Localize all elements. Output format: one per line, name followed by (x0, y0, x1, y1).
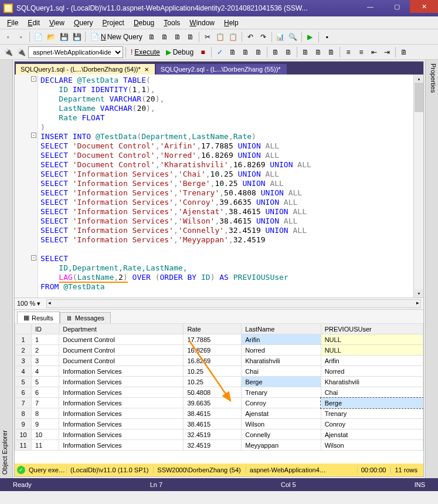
menu-edit[interactable]: Edit (23, 18, 45, 28)
grid-cell[interactable]: Berge (321, 398, 423, 408)
xmla-query-icon[interactable]: 🗎 (185, 31, 196, 43)
grid-cell[interactable]: 32.4519 (184, 440, 242, 451)
grid-cell[interactable]: 38.4615 (184, 408, 242, 419)
grid-cell[interactable]: 3 (32, 356, 59, 366)
grid-cell[interactable]: NULL (321, 345, 423, 356)
grid-cell[interactable]: Information Services (59, 387, 184, 398)
menu-project[interactable]: Project (98, 18, 129, 28)
minimize-button[interactable]: — (357, 0, 383, 13)
column-header[interactable] (15, 324, 32, 334)
grid-cell[interactable]: Document Control (59, 356, 184, 366)
parse-icon[interactable]: ✓ (214, 46, 226, 58)
grid-cell[interactable]: Trenary (242, 387, 321, 398)
grid-cell[interactable]: Conroy (242, 398, 321, 408)
code-editor[interactable]: - - - DECLARE @TestData TABLE( ID INT ID… (15, 75, 423, 297)
tab-messages[interactable]: 🗎Messages (60, 312, 111, 323)
grid-cell[interactable]: 6 (32, 387, 59, 398)
activity-monitor-icon[interactable]: 📊 (274, 31, 286, 43)
tab-results[interactable]: ▦Results (17, 312, 60, 323)
display-plan-icon[interactable]: 🗎 (227, 46, 239, 58)
object-explorer-tab[interactable]: Object Explorer (0, 60, 13, 478)
menu-query[interactable]: Query (69, 18, 98, 28)
intellisense-icon[interactable]: 🗎 (253, 46, 264, 58)
grid-cell[interactable]: Information Services (59, 429, 184, 440)
scroll-up-icon[interactable]: ▴ (415, 75, 423, 83)
grid-cell[interactable]: Kharatishvili (242, 356, 321, 366)
table-row[interactable]: 44Information Services10.25ChaiNorred (15, 366, 423, 377)
database-dropdown[interactable]: aspnet-WebApplication4ide (28, 46, 123, 58)
grid-cell[interactable]: 4 (32, 366, 59, 377)
grid-cell[interactable]: 7 (15, 398, 32, 408)
grid-cell[interactable]: 38.4615 (184, 419, 242, 429)
grid-cell[interactable]: 1 (32, 334, 59, 345)
grid-cell[interactable]: Document Control (59, 334, 184, 345)
new-query-button[interactable]: 📄 NNew Query (88, 33, 145, 41)
grid-cell[interactable]: Norred (242, 345, 321, 356)
fold-icon[interactable]: - (31, 76, 36, 82)
change-connection-icon[interactable]: 🔌 (15, 46, 27, 58)
zoom-level[interactable]: 100 % ▾ (17, 300, 40, 307)
table-row[interactable]: 55Information Services10.25BergeKharatis… (15, 377, 423, 387)
editor-scrollbar-horizontal[interactable]: ◂▸ (46, 299, 421, 308)
menu-file[interactable]: File (2, 18, 23, 28)
table-row[interactable]: 77Information Services39.6635ConroyBerge (15, 398, 423, 408)
fold-icon[interactable]: - (31, 133, 36, 138)
uncomment-icon[interactable]: ≡ (355, 46, 367, 58)
misc-icon[interactable]: ▪ (321, 31, 333, 43)
fold-icon[interactable]: - (31, 255, 36, 261)
properties-tab[interactable]: Properties (425, 60, 438, 478)
cut-icon[interactable]: ✂ (202, 31, 213, 43)
grid-cell[interactable]: Arifin (321, 356, 423, 366)
paste-icon[interactable]: 📋 (228, 31, 239, 43)
grid-cell[interactable]: Trenary (321, 408, 423, 419)
menu-help[interactable]: Help (219, 18, 243, 28)
grid-cell[interactable]: 4 (15, 366, 32, 377)
include-stats-icon[interactable]: 🗎 (283, 46, 294, 58)
indent-out-icon[interactable]: ⇥ (381, 46, 393, 58)
grid-cell[interactable]: 5 (32, 377, 59, 387)
grid-cell[interactable]: 11 (32, 440, 59, 451)
grid-cell[interactable]: Document Control (59, 345, 184, 356)
tab-sqlquery1[interactable]: SQLQuery1.sql - (L...\DorbenZhang (54))*… (16, 64, 155, 75)
menu-view[interactable]: View (45, 18, 69, 28)
grid-cell[interactable]: Information Services (59, 366, 184, 377)
grid-cell[interactable]: 10.25 (184, 377, 242, 387)
scroll-thumb[interactable] (415, 83, 423, 112)
grid-cell[interactable]: 16.8269 (184, 345, 242, 356)
mdx-query-icon[interactable]: 🗎 (159, 31, 171, 43)
grid-cell[interactable]: 2 (15, 345, 32, 356)
table-row[interactable]: 66Information Services50.4808TrenaryChai (15, 387, 423, 398)
column-header[interactable]: Department (59, 324, 184, 334)
grid-cell[interactable]: Kharatishvili (321, 377, 423, 387)
grid-cell[interactable]: 10 (32, 429, 59, 440)
grid-cell[interactable]: Wilson (242, 419, 321, 429)
table-row[interactable]: 99Information Services38.4615WilsonConro… (15, 419, 423, 429)
grid-cell[interactable]: 50.4808 (184, 387, 242, 398)
save-all-icon[interactable]: 💾 (71, 31, 83, 43)
grid-cell[interactable]: Information Services (59, 440, 184, 451)
table-row[interactable]: 22Document Control16.8269NorredNULL (15, 345, 423, 356)
grid-cell[interactable]: 3 (15, 356, 32, 366)
tab-sqlquery2[interactable]: SQLQuery2.sql - (L...\DorbenZhang (55))* (156, 64, 287, 75)
start-icon[interactable]: ▶ (304, 31, 316, 43)
grid-cell[interactable]: Ajenstat (242, 408, 321, 419)
column-header[interactable]: PREVIOUSUser (321, 324, 423, 334)
comment-icon[interactable]: ≡ (342, 46, 354, 58)
grid-cell[interactable]: 9 (15, 419, 32, 429)
query-options-icon[interactable]: 🗎 (240, 46, 252, 58)
include-plan-icon[interactable]: 🗎 (270, 46, 281, 58)
grid-cell[interactable]: Information Services (59, 377, 184, 387)
table-row[interactable]: 11Document Control17.7885ArifinNULL (15, 334, 423, 345)
nav-fwd-icon[interactable]: ◦ (15, 31, 27, 43)
table-row[interactable]: 88Information Services38.4615AjenstatTre… (15, 408, 423, 419)
grid-cell[interactable]: Arifin (242, 334, 321, 345)
grid-cell[interactable]: 6 (15, 387, 32, 398)
column-header[interactable]: LastName (242, 324, 321, 334)
indent-in-icon[interactable]: ⇤ (368, 46, 380, 58)
grid-cell[interactable]: Berge (242, 377, 321, 387)
close-button[interactable]: ✕ (410, 0, 438, 13)
redo-icon[interactable]: ↷ (257, 31, 269, 43)
grid-cell[interactable]: 32.4519 (184, 429, 242, 440)
table-row[interactable]: 33Document Control16.8269KharatishviliAr… (15, 356, 423, 366)
grid-cell[interactable]: 17.7885 (184, 334, 242, 345)
